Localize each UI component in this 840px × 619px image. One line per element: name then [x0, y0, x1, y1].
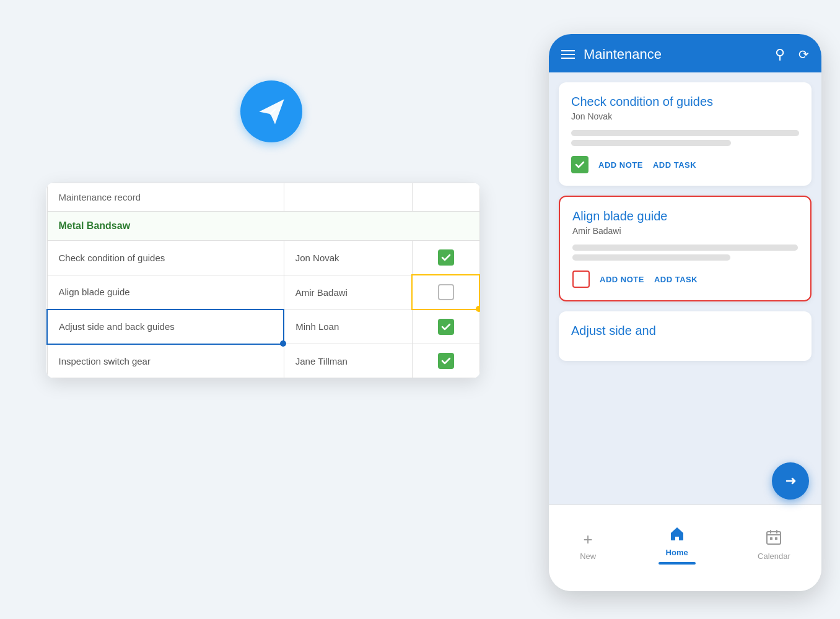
status-cell [412, 183, 479, 212]
task-line-1 [571, 130, 799, 136]
nav-active-bar [658, 562, 696, 565]
task-card-actions: ADD NOTE ADD TASK [572, 271, 798, 288]
add-task-button[interactable]: ADD TASK [654, 275, 698, 284]
svg-rect-1 [770, 537, 772, 540]
nav-item-new[interactable]: + New [580, 530, 596, 561]
nav-item-calendar[interactable]: Calendar [758, 529, 790, 561]
task-checkbox-checked[interactable] [571, 156, 588, 173]
add-note-button[interactable]: ADD NOTE [600, 275, 644, 284]
blue-dot [280, 340, 286, 347]
assignee-cell [284, 183, 412, 212]
task-card-lines [571, 130, 799, 146]
nav-new-label: New [580, 552, 596, 561]
task-label: Inspection switch gear [47, 344, 284, 378]
nav-item-home[interactable]: Home [658, 526, 696, 565]
home-icon [669, 526, 685, 545]
task-card-3-partial: Adjust side and [559, 311, 812, 361]
task-line-1 [572, 245, 798, 251]
task-card-person: Amir Badawi [572, 226, 798, 236]
task-card-lines [572, 245, 798, 261]
table-row: Inspection switch gear Jane Tillman [47, 344, 479, 378]
checkbox-checked[interactable] [438, 353, 454, 369]
checkbox-checked[interactable] [438, 319, 454, 335]
group-header-row: Metal Bandsaw [47, 212, 479, 241]
table-row: Align blade guide Amir Badawi [47, 275, 479, 310]
checkbox-checked[interactable] [438, 249, 454, 266]
table-row-selected: Adjust side and back guides Minh Loan [47, 310, 479, 344]
add-note-button[interactable]: ADD NOTE [598, 160, 643, 170]
task-card-title: Align blade guide [572, 209, 798, 223]
task-checkbox-unchecked[interactable] [572, 271, 590, 288]
bottom-nav: + New Home Cale [549, 504, 821, 591]
status-cell[interactable] [412, 344, 479, 378]
paper-airplane-icon [240, 80, 302, 142]
yellow-dot [476, 306, 480, 312]
task-card-2[interactable]: Align blade guide Amir Badawi ADD NOTE A… [559, 196, 812, 301]
status-cell[interactable] [412, 310, 479, 344]
status-cell[interactable] [412, 275, 479, 310]
task-label: Adjust side and back guides [47, 310, 284, 344]
calendar-icon [766, 529, 782, 549]
task-label: Align blade guide [47, 275, 284, 310]
nav-home-label: Home [666, 548, 688, 557]
assignee-cell: Amir Badawi [284, 275, 412, 310]
assignee-cell: Minh Loan [284, 310, 412, 344]
task-label: Check condition of guides [47, 241, 284, 275]
svg-rect-0 [767, 532, 781, 544]
group-header-label: Metal Bandsaw [47, 212, 479, 241]
task-card-1[interactable]: Check condition of guides Jon Novak ADD … [559, 82, 812, 186]
checkbox-empty[interactable] [438, 284, 454, 300]
plus-icon: + [584, 530, 593, 549]
phone-header: Maintenance ⚲ ⟳ [549, 34, 821, 72]
search-icon[interactable]: ⚲ [775, 46, 785, 63]
phone-card: Maintenance ⚲ ⟳ Check condition of guide… [549, 34, 821, 591]
spreadsheet-card: Maintenance record Metal Bandsaw Check c… [46, 183, 480, 378]
hamburger-menu-icon[interactable] [561, 50, 575, 59]
task-card-title: Check condition of guides [571, 95, 799, 109]
assignee-cell: Jane Tillman [284, 344, 412, 378]
task-label: Maintenance record [47, 183, 284, 212]
fab-action-button[interactable] [772, 462, 809, 500]
refresh-icon[interactable]: ⟳ [798, 47, 809, 62]
status-cell[interactable] [412, 241, 479, 275]
task-line-2 [572, 254, 730, 261]
task-line-2 [571, 140, 731, 146]
table-row: Check condition of guides Jon Novak [47, 241, 479, 275]
assignee-cell: Jon Novak [284, 241, 412, 275]
add-task-button[interactable]: ADD TASK [653, 160, 696, 170]
app-title: Maintenance [584, 46, 766, 63]
nav-calendar-label: Calendar [758, 552, 790, 561]
table-row: Maintenance record [47, 183, 479, 212]
task-card-actions: ADD NOTE ADD TASK [571, 156, 799, 173]
task-card-partial-title: Adjust side and [571, 324, 799, 338]
svg-rect-2 [775, 537, 777, 540]
task-card-person: Jon Novak [571, 111, 799, 121]
